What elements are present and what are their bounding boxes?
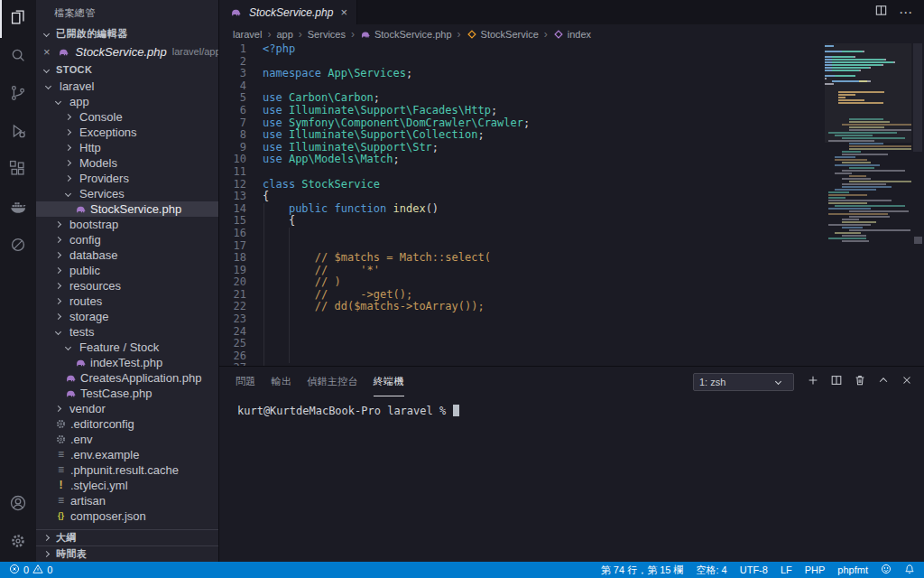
tree-folder-tests[interactable]: tests [36, 324, 218, 340]
tree-folder-config[interactable]: config [36, 232, 218, 247]
tree-file-styleci-yml[interactable]: !.styleci.yml [36, 478, 218, 493]
explorer-button[interactable] [0, 0, 36, 38]
code-line: 12class StockService [219, 179, 823, 191]
tree-folder-models[interactable]: Models [36, 155, 218, 171]
warning-count: 0 [47, 564, 52, 575]
code-editor[interactable]: 1<?php23namespace App\Services;45use Car… [219, 43, 924, 366]
tree-folder-storage[interactable]: storage [36, 309, 218, 324]
minimap[interactable] [825, 45, 911, 243]
line-number: 23 [219, 313, 246, 326]
close-icon[interactable]: × [340, 5, 347, 19]
tree-file-createsapplication-php[interactable]: CreatesApplication.php [36, 370, 218, 386]
tree-file-env[interactable]: .env [36, 432, 218, 447]
open-editors-header[interactable]: 已開啟的編輯器 [36, 25, 218, 42]
tree-folder-http[interactable]: Http [36, 140, 218, 155]
breadcrumb-item-services[interactable]: Services [308, 29, 346, 40]
breadcrumb-label: StockService.php [374, 29, 452, 40]
search-button[interactable] [0, 38, 36, 76]
docker-button[interactable] [0, 190, 36, 228]
breadcrumb-item-stockservice-php[interactable]: StockService.php [360, 29, 452, 40]
tree-file-composer-json[interactable]: {}composer.json [36, 508, 218, 524]
tree-folder-resources[interactable]: resources [36, 278, 218, 294]
code-text: <?php [263, 43, 295, 56]
chevron-right-icon [65, 114, 71, 120]
tree-item-label: app [69, 95, 89, 108]
chevron-down-icon [55, 329, 61, 335]
bottom-panel: 問題輸出偵錯主控台終端機 1: zsh kurt@KurtdeMacBook [219, 366, 924, 562]
tree-folder-laravel[interactable]: laravel [36, 79, 218, 94]
tree-item-label: .editorconfig [70, 417, 134, 431]
tree-folder-console[interactable]: Console [36, 109, 218, 125]
tree-item-label: Models [79, 156, 117, 170]
tree-folder-app[interactable]: app [36, 94, 218, 109]
chevron-down-icon [55, 98, 61, 105]
tree-folder-database[interactable]: database [36, 247, 218, 263]
status-formatter[interactable]: phpfmt [837, 564, 868, 575]
status-cursor-position[interactable]: 第 74 行，第 15 欄 [601, 564, 684, 577]
breadcrumb-item-stockservice[interactable]: StockService [467, 29, 539, 40]
terminal-shell-select[interactable]: 1: zsh [693, 373, 794, 391]
split-terminal-icon[interactable] [830, 374, 843, 390]
panel-tab-偵錯主控台[interactable]: 偵錯主控台 [307, 367, 358, 396]
source-control-button[interactable] [0, 76, 36, 114]
minimap-line [825, 156, 911, 158]
breadcrumb-item-app[interactable]: app [276, 29, 292, 40]
project-header[interactable]: STOCK [36, 61, 218, 79]
plugin-button[interactable] [0, 228, 36, 266]
terminal-cursor [453, 405, 459, 416]
close-panel-icon[interactable] [901, 374, 913, 390]
editor-scrollbar[interactable] [911, 43, 924, 366]
notifications-bell-icon[interactable] [904, 564, 915, 576]
more-actions-icon[interactable]: ⋯ [899, 5, 913, 21]
new-terminal-icon[interactable] [807, 374, 819, 390]
chevron-down-icon [65, 191, 71, 197]
close-icon[interactable]: × [43, 45, 51, 59]
minimap-line [825, 210, 911, 212]
panel-tab-問題[interactable]: 問題 [236, 367, 256, 396]
tree-file-testcase-php[interactable]: TestCase.php [36, 386, 218, 401]
panel-tab-終端機[interactable]: 終端機 [374, 367, 404, 396]
tree-folder-feature-stock[interactable]: Feature / Stock [36, 340, 218, 355]
breadcrumb-item-laravel[interactable]: laravel [233, 29, 262, 40]
settings-button[interactable] [0, 524, 36, 562]
tree-folder-exceptions[interactable]: Exceptions [36, 125, 218, 140]
split-editor-icon[interactable] [874, 4, 888, 21]
run-debug-button[interactable] [0, 114, 36, 152]
list-file-icon: ≡ [53, 449, 69, 461]
method-symbol-icon [553, 29, 564, 40]
tab-stockservice[interactable]: StockService.php × [219, 0, 357, 24]
maximize-panel-icon[interactable] [877, 374, 890, 390]
feedback-icon[interactable] [881, 564, 892, 576]
timeline-section[interactable]: 時間表 [36, 545, 218, 562]
tree-file-env-example[interactable]: ≡.env.example [36, 447, 218, 462]
panel-tab-輸出[interactable]: 輸出 [272, 367, 292, 396]
kill-terminal-icon[interactable] [854, 374, 866, 390]
tree-file-editorconfig[interactable]: .editorconfig [36, 416, 218, 432]
status-language[interactable]: PHP [805, 564, 826, 575]
code-line: 8use Illuminate\Support\Collection; [219, 129, 823, 142]
tree-file-artisan[interactable]: ≡artisan [36, 493, 218, 508]
outline-section[interactable]: 大綱 [36, 529, 218, 545]
terminal-output[interactable]: kurt@KurtdeMacBook-Pro laravel % [219, 396, 924, 562]
tree-folder-public[interactable]: public [36, 263, 218, 278]
status-indentation[interactable]: 空格: 4 [696, 564, 726, 577]
tree-folder-services[interactable]: Services [36, 186, 218, 201]
status-encoding[interactable]: UTF-8 [740, 564, 768, 575]
tree-folder-bootstrap[interactable]: bootstrap [36, 217, 218, 232]
tree-folder-routes[interactable]: routes [36, 294, 218, 309]
open-editor-item[interactable]: × StockService.php laravel/app/Ser... [36, 42, 218, 61]
problems-status[interactable]: 0 0 [9, 564, 52, 576]
breadcrumb-label: laravel [233, 29, 262, 40]
tree-file-indextest-php[interactable]: indexTest.php [36, 355, 218, 370]
tree-file-phpunit-result-cache[interactable]: ≡.phpunit.result.cache [36, 462, 218, 478]
breadcrumb-item-index[interactable]: index [553, 29, 591, 40]
chevron-right-icon [55, 237, 61, 243]
activity-spacer [0, 266, 36, 486]
scrollbar-handle[interactable] [913, 43, 922, 152]
extensions-button[interactable] [0, 152, 36, 190]
tree-folder-vendor[interactable]: vendor [36, 401, 218, 416]
tree-folder-providers[interactable]: Providers [36, 171, 218, 186]
status-eol[interactable]: LF [781, 564, 792, 575]
accounts-button[interactable] [0, 486, 36, 524]
tree-file-stockservice-php[interactable]: StockService.php [36, 201, 218, 217]
